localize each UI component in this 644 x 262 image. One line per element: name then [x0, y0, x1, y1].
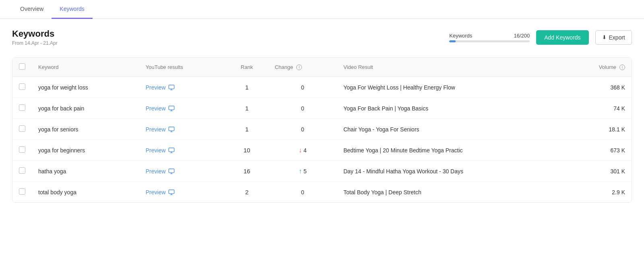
preview-icon [168, 84, 175, 91]
th-rank: Rank [225, 58, 268, 77]
keywords-label: Keywords [449, 33, 472, 39]
header-right: Keywords 16/200 Add Keywords ⬇ Export [449, 30, 632, 45]
change-value: 4 [303, 147, 307, 154]
table-row: total body yogaPreview20Total Body Yoga … [12, 182, 632, 203]
volume-cell: 18.1 K [564, 119, 632, 140]
preview-link[interactable]: Preview [146, 84, 219, 91]
table-row: yoga for beginnersPreview10↓4Bedtime Yog… [12, 140, 632, 161]
svg-rect-0 [169, 85, 174, 89]
video-result-cell: Yoga For Back Pain | Yoga Basics [337, 98, 564, 119]
page-title: Keywords [12, 29, 58, 39]
volume-cell: 301 K [564, 161, 632, 182]
rank-cell: 1 [225, 119, 268, 140]
video-result-cell: Yoga For Weight Loss | Healthy Energy Fl… [337, 77, 564, 98]
keywords-counter-top: Keywords 16/200 [449, 33, 530, 39]
youtube-cell: Preview [139, 98, 225, 119]
change-cell: 0 [268, 77, 337, 98]
rank-cell: 1 [225, 77, 268, 98]
table-header: Keyword YouTube results Rank Change i [12, 58, 632, 77]
row-checkbox-cell [12, 98, 32, 119]
row-checkbox-cell [12, 77, 32, 98]
row-checkbox[interactable] [19, 125, 25, 132]
preview-text: Preview [146, 126, 166, 133]
table-body: yoga for weight lossPreview10Yoga For We… [12, 77, 632, 203]
progress-bar-bg [449, 40, 530, 42]
keyword-cell: yoga for weight loss [32, 77, 139, 98]
tab-keywords[interactable]: Keywords [52, 0, 92, 19]
preview-link[interactable]: Preview [146, 189, 219, 195]
preview-link[interactable]: Preview [146, 126, 219, 133]
youtube-cell: Preview [139, 77, 225, 98]
keywords-table: Keyword YouTube results Rank Change i [12, 58, 632, 202]
change-value: 5 [303, 168, 307, 175]
change-cell: 0 [268, 119, 337, 140]
video-result-cell: Total Body Yoga | Deep Stretch [337, 182, 564, 203]
row-checkbox[interactable] [19, 167, 25, 174]
main-content: Keywords From 14.Apr - 21.Apr Keywords 1… [0, 19, 644, 212]
change-cell: 0 [268, 182, 337, 203]
arrow-down-icon: ↓ [299, 147, 302, 154]
change-value: 0 [301, 189, 304, 195]
page-title-block: Keywords From 14.Apr - 21.Apr [12, 29, 58, 46]
th-youtube: YouTube results [139, 58, 225, 77]
svg-rect-6 [169, 127, 174, 131]
preview-link[interactable]: Preview [146, 105, 219, 112]
video-result-cell: Day 14 - Mindful Hatha Yoga Workout - 30… [337, 161, 564, 182]
tab-bar: Overview Keywords [0, 0, 644, 19]
row-checkbox[interactable] [19, 104, 25, 111]
row-checkbox-cell [12, 161, 32, 182]
add-keywords-button[interactable]: Add Keywords [536, 30, 588, 45]
youtube-cell: Preview [139, 119, 225, 140]
rank-cell: 10 [225, 140, 268, 161]
change-cell: 0 [268, 98, 337, 119]
youtube-cell: Preview [139, 182, 225, 203]
row-checkbox-cell [12, 140, 32, 161]
keyword-cell: yoga for back pain [32, 98, 139, 119]
rank-cell: 1 [225, 98, 268, 119]
export-button[interactable]: ⬇ Export [595, 30, 632, 45]
preview-text: Preview [146, 147, 166, 154]
tab-overview[interactable]: Overview [12, 0, 52, 19]
th-volume: Volume i [564, 58, 632, 77]
header-checkbox[interactable] [19, 63, 25, 70]
download-icon: ⬇ [602, 34, 607, 40]
table-row: yoga for seniorsPreview10Chair Yoga - Yo… [12, 119, 632, 140]
keyword-cell: total body yoga [32, 182, 139, 203]
volume-cell: 673 K [564, 140, 632, 161]
table-row: yoga for back painPreview10Yoga For Back… [12, 98, 632, 119]
svg-rect-12 [169, 169, 174, 173]
youtube-cell: Preview [139, 140, 225, 161]
progress-bar-fill [449, 40, 456, 42]
keywords-count: 16/200 [514, 33, 530, 39]
keyword-cell: yoga for beginners [32, 140, 139, 161]
change-info-icon[interactable]: i [296, 64, 302, 70]
youtube-cell: Preview [139, 161, 225, 182]
keyword-cell: hatha yoga [32, 161, 139, 182]
th-change: Change i [268, 58, 337, 77]
preview-icon [168, 105, 175, 112]
volume-cell: 74 K [564, 98, 632, 119]
preview-link[interactable]: Preview [146, 168, 219, 175]
row-checkbox[interactable] [19, 146, 25, 153]
row-checkbox[interactable] [19, 188, 25, 195]
change-cell: ↑5 [268, 161, 337, 182]
preview-icon [168, 126, 175, 133]
video-result-cell: Chair Yoga - Yoga For Seniors [337, 119, 564, 140]
change-value: 0 [301, 105, 304, 112]
preview-text: Preview [146, 189, 166, 195]
preview-icon [168, 147, 175, 154]
svg-rect-15 [169, 190, 174, 193]
th-checkbox [12, 58, 32, 77]
arrow-up-icon: ↑ [299, 168, 302, 175]
keywords-counter: Keywords 16/200 [449, 33, 530, 42]
volume-info-icon[interactable]: i [619, 64, 625, 70]
preview-link[interactable]: Preview [146, 147, 219, 154]
row-checkbox[interactable] [19, 83, 25, 90]
preview-icon [168, 168, 175, 175]
rank-cell: 16 [225, 161, 268, 182]
change-value: 0 [301, 126, 304, 133]
svg-rect-9 [169, 148, 174, 152]
table-row: yoga for weight lossPreview10Yoga For We… [12, 77, 632, 98]
keyword-cell: yoga for seniors [32, 119, 139, 140]
keywords-table-container: Keyword YouTube results Rank Change i [12, 57, 632, 203]
